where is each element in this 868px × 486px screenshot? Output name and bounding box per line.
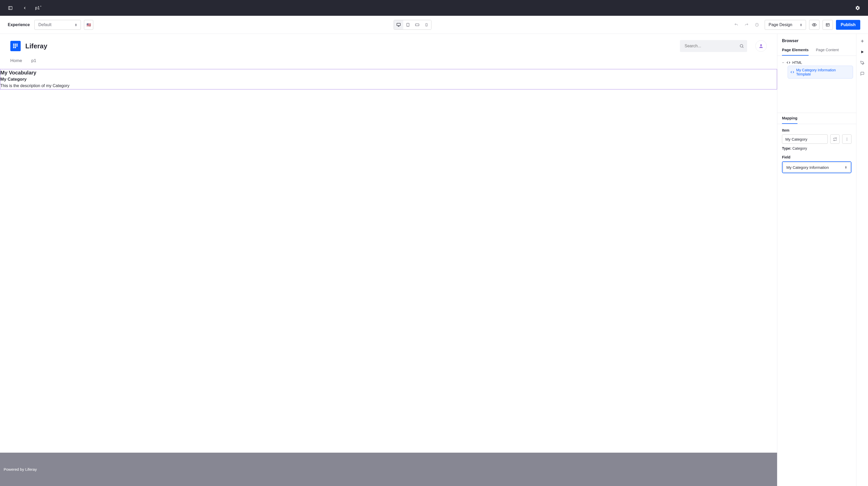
svg-point-28 (846, 140, 847, 140)
footer-text: Powered by Liferay (4, 467, 37, 471)
modified-indicator: * (40, 5, 41, 8)
right-rail (856, 34, 868, 486)
collapse-icon[interactable]: − (781, 60, 784, 65)
svg-rect-2 (397, 23, 400, 26)
field-label: Field (782, 155, 851, 159)
selected-fragment[interactable]: My Vocabulary My Category This is the de… (0, 69, 777, 89)
tab-page-content[interactable]: Page Content (816, 45, 839, 56)
redo-button[interactable] (742, 20, 751, 30)
tree-root-row[interactable]: − HTML (780, 59, 853, 66)
undo-button[interactable] (732, 20, 741, 30)
element-tree: − HTML My Category Information Template (777, 56, 856, 113)
tab-page-elements[interactable]: Page Elements (782, 45, 809, 56)
item-label: Item (782, 128, 851, 132)
search-box[interactable] (680, 40, 747, 52)
fragment-subtitle: My Category (0, 77, 777, 82)
history-button[interactable] (752, 20, 762, 30)
settings-button[interactable] (854, 4, 862, 12)
tree-root-label: HTML (792, 60, 802, 65)
fragment-description: This is the description of my Category (0, 84, 777, 88)
item-input-value: My Category (785, 137, 807, 141)
svg-point-11 (814, 24, 815, 25)
site-nav: Home p1 (0, 55, 777, 69)
browser-panel: Browser Page Elements Page Content − HTM… (777, 34, 856, 486)
item-actions-button[interactable] (842, 135, 851, 144)
site-logo (10, 41, 21, 51)
item-input[interactable]: My Category (782, 135, 828, 144)
code-icon (790, 70, 794, 74)
flag-us-icon: 🇺🇸 (87, 23, 91, 27)
tree-child-label: My Category Information Template (796, 68, 850, 76)
svg-rect-16 (15, 44, 16, 45)
svg-point-25 (760, 44, 762, 46)
type-value: Category (792, 146, 807, 150)
svg-point-27 (846, 139, 847, 139)
type-line: Type: Category (782, 146, 851, 150)
search-icon (739, 44, 744, 48)
svg-rect-7 (416, 24, 419, 26)
svg-rect-20 (17, 45, 18, 47)
page-canvas: Liferay Home p1 My Vocabulary My Categor… (0, 34, 777, 486)
svg-rect-21 (13, 47, 14, 48)
svg-point-26 (846, 138, 847, 138)
toggle-sidebar-button[interactable] (6, 4, 14, 12)
editor-toolbar: Experience Default ▲▼ 🇺🇸 (0, 16, 868, 34)
user-avatar-button[interactable] (755, 40, 767, 52)
page-title: p1 * (35, 6, 41, 10)
back-button[interactable] (21, 4, 29, 12)
select-arrows-icon: ▲▼ (800, 23, 802, 26)
edit-mode-value: Page Design (769, 23, 792, 27)
svg-rect-12 (826, 23, 829, 26)
page-title-text: p1 (35, 6, 40, 10)
svg-marker-31 (861, 51, 864, 54)
fragment-title: My Vocabulary (0, 70, 777, 76)
svg-line-24 (742, 47, 743, 48)
svg-point-23 (740, 45, 743, 47)
language-button[interactable]: 🇺🇸 (84, 20, 93, 30)
svg-rect-19 (15, 45, 16, 47)
nav-p1-link[interactable]: p1 (31, 58, 36, 63)
select-arrows-icon: ▲▼ (75, 23, 77, 26)
experience-select[interactable]: Default ▲▼ (34, 20, 81, 30)
field-select[interactable]: My Category Information ▲▼ (783, 162, 850, 172)
device-mobile-button[interactable] (422, 20, 431, 29)
experience-select-value: Default (38, 23, 52, 27)
experience-label: Experience (8, 23, 30, 27)
device-desktop-button[interactable] (394, 20, 403, 29)
tab-mapping[interactable]: Mapping (782, 113, 798, 124)
rail-comments-button[interactable] (858, 69, 866, 78)
device-landscape-button[interactable] (412, 20, 422, 29)
item-swap-button[interactable] (830, 135, 840, 144)
search-input[interactable] (685, 44, 736, 48)
code-icon (786, 61, 790, 64)
field-select-value: My Category Information (786, 165, 829, 170)
topbar: p1 * (0, 0, 868, 16)
device-preview-group (394, 20, 431, 30)
svg-rect-22 (15, 47, 16, 48)
type-key: Type: (782, 146, 791, 150)
configuration-button[interactable] (823, 20, 833, 30)
svg-rect-15 (13, 44, 14, 45)
svg-rect-18 (13, 45, 14, 47)
rail-design-button[interactable] (858, 59, 866, 67)
select-arrows-icon: ▲▼ (845, 166, 847, 169)
rail-browser-button[interactable] (858, 48, 866, 56)
svg-rect-0 (8, 6, 12, 9)
preview-button[interactable] (809, 20, 819, 30)
nav-home-link[interactable]: Home (10, 58, 22, 63)
publish-button[interactable]: Publish (836, 20, 860, 30)
browser-title: Browser (777, 34, 856, 45)
edit-mode-select[interactable]: Page Design ▲▼ (765, 20, 806, 30)
rail-add-button[interactable] (858, 37, 866, 45)
tree-child-item[interactable]: My Category Information Template (788, 66, 853, 79)
site-footer: Powered by Liferay (0, 453, 777, 486)
svg-rect-17 (17, 44, 18, 45)
device-tablet-button[interactable] (403, 20, 412, 29)
site-name: Liferay (25, 42, 47, 50)
